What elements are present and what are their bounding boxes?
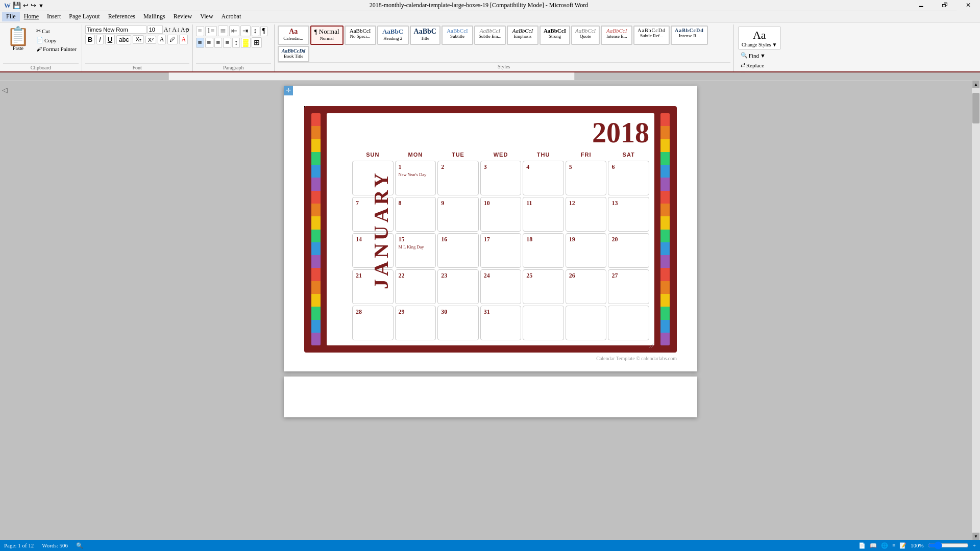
sort-button[interactable]: ↕ [252, 26, 259, 36]
copy-button[interactable]: 📄Copy [34, 36, 79, 44]
style-title[interactable]: AaBbC Title [410, 26, 440, 45]
borders-button[interactable]: ⊞ [252, 37, 262, 48]
multilevel-list-button[interactable]: ≣ [218, 26, 228, 36]
style-normal[interactable]: ¶ Normal Normal [310, 26, 344, 45]
zoom-slider[interactable] [928, 542, 969, 549]
quick-more[interactable]: ▼ [38, 3, 44, 9]
window-controls: 🗕 🗗 ✕ [910, 0, 980, 11]
grow-font-button[interactable]: A↑ [164, 26, 172, 34]
header-sat: SAT [608, 150, 649, 159]
style-intense-reference[interactable]: AaBbCcDd Intense R... [671, 26, 708, 45]
day-cell: 17 [480, 233, 522, 268]
bullets-button[interactable]: ≡ [196, 26, 204, 36]
stripe-left [311, 113, 321, 345]
increase-indent-button[interactable]: ⇥ [240, 26, 251, 36]
decrease-indent-button[interactable]: ⇤ [229, 26, 239, 36]
language-indicator: 🔍 [76, 542, 83, 549]
font-name-input[interactable] [85, 26, 146, 34]
menu-mailings[interactable]: Mailings [139, 12, 169, 21]
quick-undo[interactable]: ↩ [23, 2, 29, 10]
style-subtle-reference[interactable]: AaBbCcDd Subtle Ref... [633, 26, 670, 45]
day-cell: 22 [395, 269, 436, 304]
paste-button[interactable]: 📋 Paste [3, 26, 33, 53]
cut-button[interactable]: ✂Cut [34, 27, 79, 35]
show-formatting-button[interactable]: ¶ [260, 26, 267, 36]
style-strong[interactable]: AaBbCcI Strong [540, 26, 570, 45]
menu-acrobat[interactable]: Acrobat [217, 12, 246, 21]
find-button[interactable]: 🔍Find▼ [738, 51, 781, 60]
minimize-button[interactable]: 🗕 [910, 0, 933, 11]
menu-view[interactable]: View [196, 12, 217, 21]
zoom-in[interactable]: + [973, 542, 976, 548]
menu-review[interactable]: Review [169, 12, 197, 21]
style-book-title[interactable]: AaBbCcDd Book Title [278, 46, 310, 63]
header-sun: SUN [352, 150, 394, 159]
day-cell: 28 [352, 306, 394, 340]
replace-button[interactable]: ⇄Replace [738, 61, 781, 69]
ruler [0, 72, 980, 81]
menu-insert[interactable]: Insert [43, 12, 65, 21]
align-center-button[interactable]: ≡ [205, 38, 213, 48]
bold-button[interactable]: B [85, 35, 95, 44]
document-scroll-area[interactable]: ✛ [9, 81, 972, 540]
view-draft[interactable]: 📝 [899, 542, 906, 549]
menu-references[interactable]: References [104, 12, 139, 21]
shrink-font-button[interactable]: A↓ [172, 26, 180, 34]
style-heading2[interactable]: AaBbC Heading 2 [377, 26, 409, 45]
style-intense-emphasis[interactable]: AaBbCcI Intense E... [601, 26, 632, 45]
quick-save[interactable]: 💾 [13, 2, 21, 10]
align-left-button[interactable]: ≡ [196, 38, 204, 48]
menu-page-layout[interactable]: Page Layout [65, 12, 104, 21]
quick-redo[interactable]: ↪ [31, 2, 36, 10]
maximize-button[interactable]: 🗗 [933, 0, 957, 11]
style-calendar[interactable]: Aa Calendar... [278, 26, 309, 45]
stripe-right [660, 113, 670, 345]
day-cell: 23 [437, 269, 479, 304]
view-reading[interactable]: 📖 [870, 542, 877, 549]
font-color-button[interactable]: A [179, 35, 188, 44]
move-handle[interactable]: ✛ [284, 86, 293, 95]
calendar-grid: SUN MON TUE WED THU FRI SAT 1 New Year's… [352, 150, 649, 340]
align-right-button[interactable]: ≡ [214, 38, 223, 48]
view-print[interactable]: 📄 [859, 542, 866, 549]
menu-file[interactable]: File [2, 12, 20, 21]
day-cell: 15 M L King Day [395, 233, 436, 268]
text-effects-button[interactable]: A [158, 35, 166, 44]
year-display: 2018 [352, 118, 649, 147]
shading-button[interactable]: ▓ [241, 38, 250, 48]
style-emphasis[interactable]: AaBbCcI Emphasis [507, 26, 538, 45]
numbering-button[interactable]: 1≡ [205, 26, 217, 36]
styles-label: Styles [278, 62, 730, 69]
scrollbar-vertical[interactable]: ▲ ▼ [972, 81, 980, 540]
superscript-button[interactable]: X² [145, 36, 156, 44]
close-button[interactable]: ✕ [957, 0, 980, 11]
left-scroll-handle: ◁ [0, 81, 9, 540]
header-wed: WED [480, 150, 522, 159]
subscript-button[interactable]: X₂ [133, 35, 143, 44]
line-spacing-button[interactable]: ↕ [232, 38, 240, 48]
view-web[interactable]: 🌐 [881, 542, 888, 549]
style-quote[interactable]: AaBbCcI Quote [571, 26, 600, 45]
justify-button[interactable]: ≡ [223, 38, 231, 48]
menu-home[interactable]: Home [20, 12, 43, 21]
ribbon-paragraph-group: ≡ 1≡ ≣ ⇤ ⇥ ↕ ¶ ≡ ≡ ≡ ≡ ↕ ▓ ⊞ Paragraph [193, 24, 275, 71]
clear-format-button[interactable]: Aᵽ [181, 26, 189, 34]
strikethrough-button[interactable]: abc [116, 35, 131, 44]
style-subtitle[interactable]: AaBbCcI Subtitle [442, 26, 473, 45]
text-highlight-button[interactable]: 🖊 [167, 35, 178, 44]
calendar-footer: Calendar Template © calendarlabs.com [304, 356, 677, 361]
style-no-spacing[interactable]: AaBbCcI No Spaci... [345, 26, 376, 45]
format-painter-button[interactable]: 🖌Format Painter [34, 45, 79, 53]
day-cell: 1 New Year's Day [395, 161, 436, 195]
resize-handle[interactable] [649, 340, 653, 344]
day-cell: 27 [608, 269, 649, 304]
status-bar: Page: 1 of 12 Words: 506 🔍 📄 📖 🌐 ≡ 📝 100… [0, 540, 980, 551]
style-subtle-emphasis[interactable]: AaBbCcI Subtle Em... [474, 26, 506, 45]
italic-button[interactable]: I [96, 35, 104, 44]
font-size-input[interactable] [148, 26, 163, 34]
header-thu: THU [523, 150, 564, 159]
view-outline[interactable]: ≡ [892, 542, 895, 548]
change-styles-button[interactable]: Aa Change Styles ▼ [738, 27, 781, 49]
day-cell: 29 [395, 306, 436, 340]
underline-button[interactable]: U [105, 35, 115, 44]
